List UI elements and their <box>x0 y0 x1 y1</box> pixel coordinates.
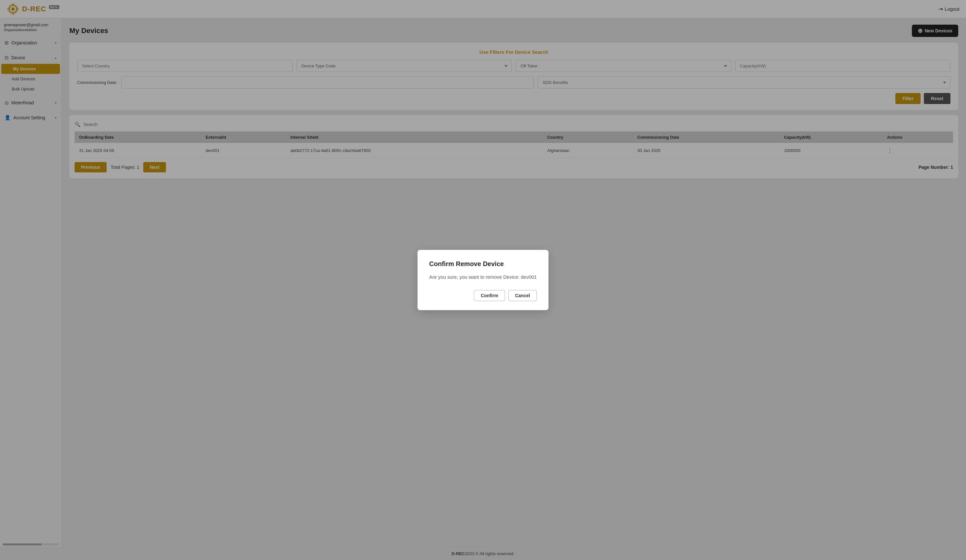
modal-body: Are you sure, you want to remove Device:… <box>429 274 537 281</box>
modal-actions: Confirm Cancel <box>429 290 537 301</box>
modal-box: Confirm Remove Device Are you sure, you … <box>417 250 549 310</box>
modal-title: Confirm Remove Device <box>429 260 537 268</box>
modal-cancel-button[interactable]: Cancel <box>508 290 537 301</box>
modal-confirm-button[interactable]: Confirm <box>474 290 505 301</box>
modal-overlay: Confirm Remove Device Are you sure, you … <box>0 0 966 560</box>
